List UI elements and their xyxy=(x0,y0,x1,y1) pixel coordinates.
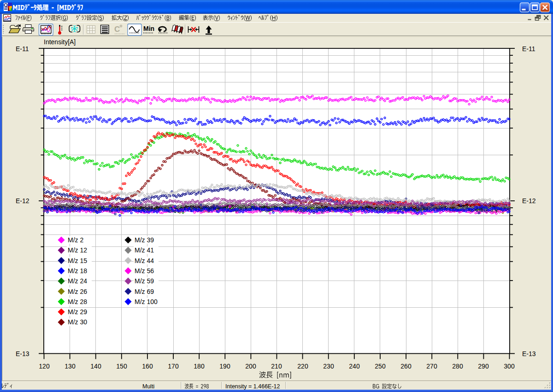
svg-text:170: 170 xyxy=(168,363,179,370)
svg-text:E-13: E-13 xyxy=(16,350,29,357)
svg-text:140: 140 xyxy=(90,363,101,370)
svg-text:E-11: E-11 xyxy=(16,45,29,53)
svg-text:M/z 18: M/z 18 xyxy=(68,267,87,275)
svg-text:200: 200 xyxy=(245,363,256,370)
svg-text:160: 160 xyxy=(142,363,153,370)
svg-text:C: C xyxy=(114,25,120,34)
svg-text:210: 210 xyxy=(271,363,282,370)
svg-text:M/z 44: M/z 44 xyxy=(135,257,154,264)
svg-text:260: 260 xyxy=(400,363,412,370)
svg-text:270: 270 xyxy=(426,363,437,370)
svg-text:230: 230 xyxy=(323,363,334,370)
svg-text:M/z 15: M/z 15 xyxy=(68,257,87,264)
svg-text:280: 280 xyxy=(452,363,463,370)
svg-text:M/z 39: M/z 39 xyxy=(135,236,154,244)
svg-text:E-12: E-12 xyxy=(16,197,29,205)
svg-text:M/z 12: M/z 12 xyxy=(68,246,87,254)
svg-text:M/z 41: M/z 41 xyxy=(135,246,154,254)
svg-text:Min: Min xyxy=(143,25,154,32)
svg-text:130: 130 xyxy=(65,363,76,370)
svg-text:E-11: E-11 xyxy=(522,45,535,53)
svg-text:300: 300 xyxy=(504,363,515,370)
svg-text:E-12: E-12 xyxy=(522,197,536,205)
svg-text:M/z 24: M/z 24 xyxy=(68,277,87,285)
svg-text:240: 240 xyxy=(349,363,360,370)
svg-text:M/z 69: M/z 69 xyxy=(135,288,154,295)
svg-text:120: 120 xyxy=(39,363,50,370)
svg-text:E-13: E-13 xyxy=(522,350,536,357)
svg-text:290: 290 xyxy=(478,363,489,370)
svg-text:M/z 30: M/z 30 xyxy=(68,318,87,326)
svg-text:Multi: Multi xyxy=(142,383,154,390)
svg-text:190: 190 xyxy=(219,363,230,370)
svg-text:M/z 26: M/z 26 xyxy=(68,288,87,295)
svg-text:M/z 100: M/z 100 xyxy=(135,298,158,305)
svg-text:M/z 56: M/z 56 xyxy=(135,267,154,275)
svg-text:220: 220 xyxy=(297,363,308,370)
svg-text:Intensity = 1.466E-12: Intensity = 1.466E-12 xyxy=(225,383,280,390)
svg-text:Intensity[A]: Intensity[A] xyxy=(44,38,76,46)
svg-text:M/z 2: M/z 2 xyxy=(68,236,83,244)
svg-text:M/z 28: M/z 28 xyxy=(68,298,87,305)
svg-text:M/z 29: M/z 29 xyxy=(68,308,87,316)
svg-text:M/z 59: M/z 59 xyxy=(135,277,154,285)
svg-text:250: 250 xyxy=(375,363,386,370)
svg-text:180: 180 xyxy=(194,363,205,370)
svg-text:150: 150 xyxy=(116,363,127,370)
